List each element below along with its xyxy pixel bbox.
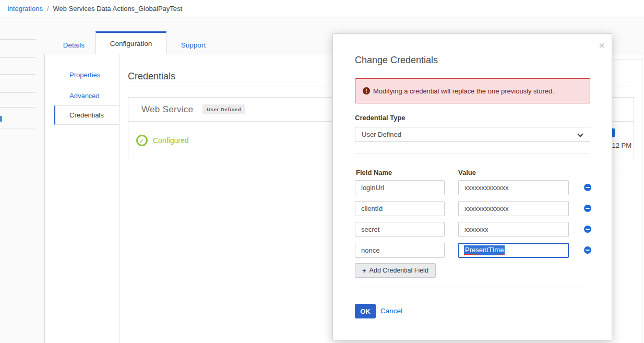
field-value-input-clientid[interactable] [458, 201, 569, 216]
cancel-link[interactable]: Cancel [380, 307, 402, 315]
background-section-divider [613, 59, 643, 60]
subnav-item-properties[interactable]: Properties [54, 68, 119, 81]
tab-support[interactable]: Support [166, 36, 220, 54]
field-name-input-clientid[interactable] [355, 201, 445, 216]
background-row-divider [0, 107, 35, 108]
plus-icon: + [362, 267, 366, 275]
subnav-divider [119, 54, 120, 343]
credential-field-row [355, 222, 590, 237]
modal-divider [355, 288, 590, 288]
background-row-divider [0, 92, 35, 93]
credential-field-row [355, 180, 590, 195]
credential-type-selected-value: User Defined [362, 131, 401, 138]
breadcrumb-separator: / [47, 5, 49, 13]
field-name-input-secret[interactable] [355, 222, 445, 237]
web-service-title: Web Service [141, 104, 193, 115]
credential-field-row [355, 201, 590, 216]
ok-button[interactable]: OK [355, 304, 376, 318]
configured-check-icon: ✓ [136, 135, 148, 146]
add-credential-field-label: Add Credential Field [369, 267, 428, 274]
background-row-divider [0, 57, 35, 58]
remove-field-icon[interactable] [584, 184, 591, 191]
chevron-down-icon [577, 131, 583, 137]
alert-circle-icon: ! [363, 87, 370, 94]
panel-right-border [642, 54, 642, 343]
breadcrumb-link-integrations[interactable]: Integrations [7, 5, 43, 13]
field-value-input-loginurl[interactable] [458, 180, 569, 195]
tab-configuration[interactable]: Configuration [96, 31, 166, 54]
field-name-column-header: Field Name [356, 169, 392, 176]
background-row-divider [0, 128, 35, 128]
remove-field-icon[interactable] [584, 246, 591, 254]
add-credential-field-button[interactable]: + Add Credential Field [355, 263, 436, 278]
remove-field-icon[interactable] [584, 226, 591, 233]
credential-type-select[interactable]: User Defined [355, 127, 590, 142]
change-credentials-modal: × Change Credentials ! Modifying a crede… [332, 33, 612, 340]
screen: Integrations / Web Services Data Actions… [0, 0, 644, 343]
background-row-divider [0, 74, 35, 75]
credential-field-row: PresentTIme [355, 243, 590, 258]
field-name-input-nonce[interactable] [355, 243, 445, 258]
remove-field-icon[interactable] [584, 205, 591, 212]
subnav-item-advanced[interactable]: Advanced [54, 89, 119, 102]
close-icon[interactable]: × [599, 40, 605, 51]
credential-type-badge: User Defined [202, 104, 245, 114]
breadcrumb-current-page: Web Services Data Actions_GlobalPayTest [53, 5, 183, 13]
field-name-input-loginurl[interactable] [355, 180, 445, 195]
modal-divider [355, 153, 590, 153]
status-badge: Configured [153, 136, 189, 145]
warning-banner: ! Modifying a credential will replace th… [355, 78, 590, 103]
background-row-divider [0, 39, 35, 40]
warning-text: Modifying a credential will replace the … [373, 87, 554, 95]
modal-title: Change Credentials [355, 55, 438, 66]
subnav-item-credentials[interactable]: Credentials [54, 105, 119, 125]
background-link-fragment [0, 116, 2, 122]
value-column-header: Value [458, 169, 476, 176]
credential-type-label: Credential Type [355, 114, 406, 122]
breadcrumb: Integrations / Web Services Data Actions… [0, 0, 644, 17]
page-title: Credentials [128, 71, 175, 82]
tab-details[interactable]: Details [52, 36, 96, 54]
field-value-input-secret[interactable] [458, 222, 569, 237]
selected-text: PresentTIme [464, 245, 505, 255]
field-value-input-nonce[interactable]: PresentTIme [458, 243, 569, 258]
